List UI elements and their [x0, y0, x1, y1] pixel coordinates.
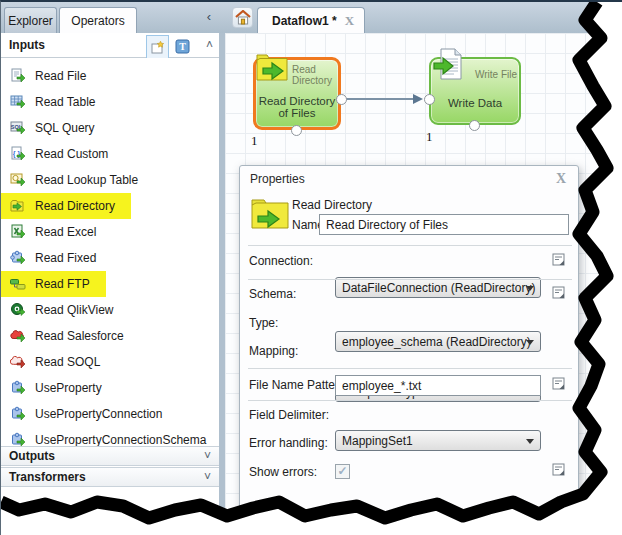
outputs-section-header[interactable]: Outputs ˅ — [1, 446, 219, 466]
tab-explorer[interactable]: Explorer — [4, 7, 57, 33]
operators-sidebar: Inputs T ˄ — [1, 33, 219, 535]
operator-read-fixed[interactable]: Read Fixed — [1, 245, 112, 271]
operator-read-excel[interactable]: Read Excel — [1, 219, 112, 245]
transformers-section-header[interactable]: Transformers ˅ — [1, 467, 219, 487]
home-button[interactable] — [232, 7, 253, 28]
field-delimiter-dropdown[interactable]: Comma — [335, 515, 541, 535]
new-operator-button[interactable] — [146, 35, 169, 58]
schema-value: employee_schema (ReadDirectory) — [342, 335, 531, 349]
property-override-icon[interactable] — [552, 463, 566, 477]
read-lookup-table-icon — [10, 172, 26, 188]
read-soql-icon — [10, 354, 26, 370]
property-override-icon[interactable] — [552, 253, 566, 267]
properties-panel: Properties X Read Directory Name: Read D… — [239, 165, 579, 517]
node-type-label: Write File — [475, 69, 517, 80]
new-item-icon — [150, 40, 165, 55]
operator-label: Read Custom — [35, 147, 108, 161]
name-value: Read Directory of Files — [326, 218, 448, 232]
node-name-label: Write Data — [431, 97, 519, 109]
operator-read-qlikview[interactable]: Read QlikView — [1, 297, 129, 323]
application-window: Explorer Operators ‹ Dataflow1 * X Input… — [0, 0, 622, 535]
read-directory-large-icon — [250, 195, 290, 231]
properties-title: Properties — [250, 172, 305, 186]
schema-label: Schema: — [249, 287, 296, 301]
operator-read-ftp[interactable]: Read FTP — [1, 271, 106, 297]
tab-dataflow1[interactable]: Dataflow1 * X — [257, 7, 365, 33]
output-port[interactable] — [336, 94, 347, 105]
input-port[interactable] — [424, 94, 435, 105]
home-icon — [235, 10, 251, 25]
close-panel-icon[interactable]: X — [556, 172, 566, 185]
folder-read-icon — [255, 51, 289, 83]
mapping-label: Mapping: — [249, 344, 298, 358]
mapping-value: MappingSet1 — [342, 434, 413, 448]
property-override-icon[interactable] — [552, 286, 566, 300]
name-input[interactable]: Read Directory of Files — [319, 214, 569, 235]
operator-useproperty[interactable]: UseProperty — [1, 375, 118, 401]
separator — [248, 400, 572, 401]
mapping-dropdown[interactable]: MappingSet1 — [335, 430, 541, 451]
operator-sql-query[interactable]: SQL SQL Query — [1, 115, 111, 141]
read-directory-icon — [10, 198, 26, 214]
error-handling-label: Error handling: — [249, 436, 328, 450]
outputs-section-label: Outputs — [9, 449, 55, 463]
collapse-inputs-icon[interactable]: ˄ — [206, 38, 213, 52]
properties-panel-header[interactable]: Properties X — [240, 166, 578, 192]
use-property-icon — [10, 380, 26, 396]
operator-read-table[interactable]: Read Table — [1, 89, 112, 115]
expand-transformers-icon[interactable]: ˅ — [204, 470, 211, 484]
top-tab-bar: Explorer Operators ‹ Dataflow1 * X — [1, 2, 622, 33]
connection-arrowhead-icon — [413, 94, 423, 104]
operator-label: Read QlikView — [35, 303, 113, 317]
connection-label: Connection: — [249, 254, 313, 268]
sql-query-icon: SQL — [10, 120, 26, 136]
svg-text:T: T — [179, 41, 186, 52]
operator-read-soql[interactable]: Read SOQL — [1, 349, 116, 375]
node-type-label: Read Directory — [292, 64, 332, 86]
read-qlikview-icon — [10, 302, 26, 318]
expand-outputs-icon[interactable]: ˅ — [204, 449, 211, 463]
operator-read-file[interactable]: Read File — [1, 63, 102, 89]
tab-explorer-label: Explorer — [8, 14, 53, 28]
show-errors-label: Show errors: — [249, 465, 317, 479]
operator-type-label: Read Directory — [292, 198, 372, 212]
dropdown-caret-icon — [526, 340, 534, 345]
operator-label: Read FTP — [35, 277, 90, 291]
read-ftp-icon — [10, 276, 26, 292]
operator-label: Read SOQL — [35, 355, 100, 369]
operator-usepropertyconnection[interactable]: UsePropertyConnection — [1, 401, 178, 427]
property-override-icon[interactable] — [552, 377, 566, 391]
operator-read-lookup-table[interactable]: Read Lookup Table — [1, 167, 154, 193]
close-tab-icon[interactable]: X — [345, 14, 354, 27]
schema-dropdown[interactable]: employee_schema (ReadDirectory) — [335, 331, 541, 352]
connection-value: DataFileConnection (ReadDirectory) — [342, 281, 535, 295]
tab-dataflow1-label: Dataflow1 * — [272, 14, 337, 28]
inputs-section-header[interactable]: Inputs T ˄ — [1, 33, 219, 58]
operator-label: Read Table — [35, 95, 96, 109]
port-count-label: 1 — [426, 129, 433, 145]
operator-read-directory[interactable]: Read Directory — [1, 193, 131, 219]
use-property-icon — [10, 406, 26, 422]
read-file-icon — [10, 68, 26, 84]
operator-label: Read File — [35, 69, 86, 83]
field-delimiter-value: Comma — [342, 519, 384, 533]
tab-operators-label: Operators — [71, 14, 124, 28]
file-name-pattern-input[interactable]: employee_*.txt — [335, 375, 541, 396]
operator-read-salesforce[interactable]: Read Salesforce — [1, 323, 140, 349]
file-name-pattern-value: employee_*.txt — [342, 379, 421, 393]
write-file-icon — [433, 47, 463, 83]
field-delimiter-label: Field Delimiter: — [249, 408, 329, 422]
separator — [248, 279, 572, 280]
operator-label: UseProperty — [35, 381, 102, 395]
collapse-sidebar-icon[interactable]: ‹ — [202, 8, 216, 26]
read-custom-icon: { } — [10, 146, 26, 162]
port-count-label: 1 — [251, 133, 258, 149]
text-tool-button[interactable]: T — [171, 35, 194, 58]
operator-read-custom[interactable]: { } Read Custom — [1, 141, 124, 167]
tab-operators[interactable]: Operators — [59, 7, 137, 33]
dataflow-canvas[interactable]: Read Directory Read Directory of Files 1… — [225, 33, 622, 535]
show-errors-checkbox[interactable]: ✓ — [335, 464, 350, 479]
connection-dropdown[interactable]: DataFileConnection (ReadDirectory) — [335, 277, 541, 298]
bottom-port[interactable] — [469, 120, 480, 131]
bottom-port[interactable] — [291, 125, 302, 136]
